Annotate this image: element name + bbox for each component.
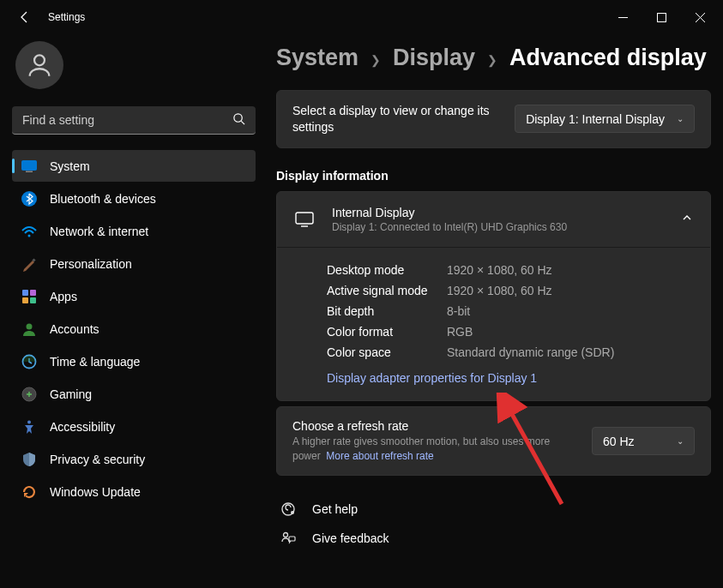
refresh-title: Choose a refresh rate (292, 419, 575, 433)
svg-point-14 (27, 323, 33, 329)
sidebar: System Bluetooth & devices Network & int… (12, 34, 266, 588)
display-info-header[interactable]: Internal Display Display 1: Connected to… (277, 192, 710, 247)
refresh-rate-dropdown[interactable]: 60 Hz ⌄ (592, 427, 695, 455)
search-input[interactable] (22, 113, 232, 127)
nav-update[interactable]: Windows Update (12, 476, 256, 507)
network-icon (21, 223, 38, 240)
nav-label: Network & internet (50, 225, 148, 238)
minimize-button[interactable] (604, 3, 642, 32)
nav-label: Gaming (50, 387, 92, 401)
chevron-down-icon: ⌄ (677, 114, 684, 123)
select-display-panel: Select a display to view or change its s… (276, 90, 711, 148)
help-icon (280, 501, 297, 517)
svg-line-4 (241, 121, 244, 124)
display-subtitle: Display 1: Connected to Intel(R) UHD Gra… (332, 221, 664, 233)
svg-rect-24 (289, 537, 295, 541)
nav-label: Time & language (50, 355, 140, 369)
svg-rect-10 (22, 290, 28, 296)
refresh-subtitle: A higher rate gives smoother motion, but… (292, 435, 575, 464)
display-name: Internal Display (332, 206, 664, 219)
svg-point-23 (284, 533, 288, 537)
nav-label: Accessibility (50, 420, 115, 434)
info-row: Color spaceStandard dynamic range (SDR) (327, 342, 693, 363)
select-display-text: Select a display to view or change its s… (292, 103, 497, 135)
link-label: Get help (312, 502, 358, 516)
nav-network[interactable]: Network & internet (12, 215, 256, 247)
feedback-icon (280, 531, 297, 546)
dropdown-value: Display 1: Internal Display (526, 112, 665, 126)
nav-gaming[interactable]: Gaming (12, 378, 256, 410)
search-icon (232, 112, 245, 128)
info-row: Active signal mode1920 × 1080, 60 Hz (327, 280, 693, 301)
maximize-button[interactable] (642, 3, 681, 32)
close-button[interactable] (681, 3, 720, 32)
accessibility-icon (21, 418, 38, 435)
chevron-right-icon: ❯ (487, 53, 497, 67)
search-box[interactable] (12, 106, 256, 135)
nav-label: System (50, 159, 90, 173)
breadcrumb-display[interactable]: Display (393, 45, 475, 71)
svg-rect-6 (26, 171, 33, 172)
svg-point-3 (234, 114, 242, 122)
system-icon (21, 158, 38, 175)
get-help-link[interactable]: Get help (276, 495, 711, 524)
nav-personalization[interactable]: Personalization (12, 248, 256, 279)
back-button[interactable] (10, 3, 39, 32)
user-avatar[interactable] (15, 41, 63, 89)
main-content: System ❯ Display ❯ Advanced display Sele… (266, 34, 711, 588)
update-icon (21, 483, 38, 501)
svg-point-8 (28, 234, 31, 237)
link-label: Give feedback (312, 531, 389, 545)
breadcrumb: System ❯ Display ❯ Advanced display (276, 45, 711, 71)
nav-label: Personalization (50, 257, 132, 271)
nav-label: Apps (50, 290, 77, 303)
svg-rect-13 (30, 297, 36, 303)
titlebar: Settings (0, 0, 723, 34)
time-icon (21, 353, 38, 370)
info-row: Bit depth8-bit (327, 301, 693, 321)
info-row: Desktop mode1920 × 1080, 60 Hz (327, 260, 693, 280)
svg-point-22 (291, 511, 294, 514)
nav-bluetooth[interactable]: Bluetooth & devices (12, 183, 256, 214)
info-row: Color formatRGB (327, 321, 693, 342)
privacy-icon (21, 451, 38, 468)
display-selector-dropdown[interactable]: Display 1: Internal Display ⌄ (515, 105, 695, 133)
give-feedback-link[interactable]: Give feedback (276, 524, 711, 553)
refresh-rate-panel: Choose a refresh rate A higher rate give… (276, 406, 711, 477)
breadcrumb-system[interactable]: System (276, 45, 358, 71)
display-info-body: Desktop mode1920 × 1080, 60 Hz Active si… (277, 247, 710, 400)
nav-privacy[interactable]: Privacy & security (12, 443, 256, 475)
svg-rect-19 (296, 213, 313, 224)
svg-point-18 (27, 420, 31, 423)
nav-label: Windows Update (50, 485, 141, 499)
nav-apps[interactable]: Apps (12, 280, 256, 312)
svg-rect-12 (22, 297, 28, 303)
chevron-down-icon: ⌄ (677, 436, 684, 446)
personalization-icon (21, 255, 38, 273)
nav-label: Accounts (50, 322, 99, 336)
gaming-icon (21, 386, 38, 403)
nav-accounts[interactable]: Accounts (12, 313, 256, 345)
svg-rect-5 (22, 160, 37, 170)
chevron-up-icon (681, 212, 693, 226)
refresh-more-link[interactable]: More about refresh rate (326, 450, 433, 462)
nav-accessibility[interactable]: Accessibility (12, 411, 256, 442)
display-info-panel: Internal Display Display 1: Connected to… (276, 191, 711, 401)
apps-icon (21, 288, 38, 305)
svg-rect-1 (658, 13, 666, 21)
nav-time[interactable]: Time & language (12, 345, 256, 377)
footer-links: Get help Give feedback (276, 495, 711, 553)
svg-point-2 (34, 55, 45, 65)
nav-list: System Bluetooth & devices Network & int… (12, 150, 256, 507)
window-title: Settings (48, 11, 85, 23)
nav-system[interactable]: System (12, 150, 256, 182)
breadcrumb-current: Advanced display (509, 45, 707, 71)
nav-label: Bluetooth & devices (50, 192, 156, 206)
dropdown-value: 60 Hz (603, 435, 635, 448)
nav-label: Privacy & security (50, 453, 145, 466)
section-display-info: Display information (276, 169, 711, 183)
bluetooth-icon (21, 190, 38, 207)
adapter-properties-link[interactable]: Display adapter properties for Display 1 (327, 371, 693, 385)
monitor-icon (294, 212, 315, 227)
chevron-right-icon: ❯ (371, 53, 381, 67)
